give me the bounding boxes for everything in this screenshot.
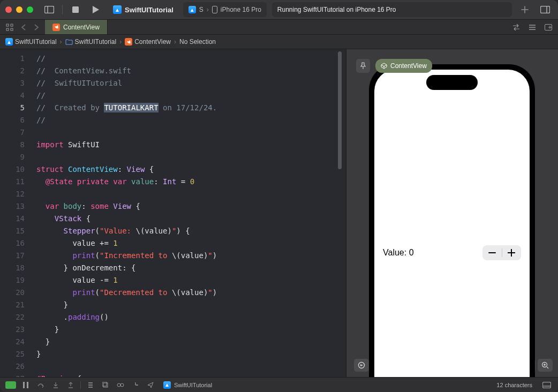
stepper-increment-button[interactable] [502,249,522,257]
crumb-file[interactable]: ContentView [134,38,171,46]
source-editor[interactable]: 1234567891011121314151617181920212223242… [0,49,342,377]
step-into-button[interactable] [50,380,61,390]
crumb-project[interactable]: SwiftUITutorial [15,38,57,46]
svg-rect-6 [6,24,9,26]
run-status-indicator[interactable] [5,381,16,389]
step-out-button[interactable] [65,380,76,390]
editor-scrollbar[interactable] [338,51,342,169]
preview-title-badge[interactable]: ContentView [375,59,432,73]
selection-info: 12 characters [496,382,532,388]
svg-rect-3 [212,6,217,13]
panel-bottom-icon [542,382,551,388]
line-gutter: 1234567891011121314151617181920212223242… [0,49,32,377]
activity-status[interactable]: Running SwiftUITutorial on iPhone 16 Pro [272,2,512,17]
step-into-icon [52,382,59,388]
run-button[interactable] [88,3,103,16]
adjust-editor-button[interactable] [510,21,523,33]
jump-bar[interactable]: ▲ SwiftUITutorial › SwiftUITutorial › Co… [0,35,558,49]
folder-icon [65,39,73,45]
device-name: iPhone 16 Pro [221,6,261,13]
pause-button[interactable] [20,380,31,390]
live-preview-button[interactable] [354,359,369,372]
library-button[interactable] [538,3,553,16]
svg-point-29 [117,383,120,387]
debug-view-hierarchy-button[interactable] [85,380,96,390]
nav-forward-button[interactable] [31,21,42,33]
location-arrow-button[interactable] [145,380,156,390]
editor-splitter[interactable] [342,49,346,377]
memory-icon [102,382,109,388]
hierarchy-icon [87,382,94,388]
simulate-location-button[interactable] [130,380,141,390]
code-area[interactable]: // // ContentView.swift // SwiftUITutori… [32,49,217,377]
env-icon [117,382,124,388]
add-tab-button[interactable] [517,3,532,16]
separator [62,5,63,14]
crumb-folder[interactable]: SwiftUITutorial [75,38,117,46]
svg-rect-7 [11,24,13,26]
pin-preview-button[interactable] [356,59,370,73]
zoom-window-button[interactable] [27,6,33,13]
stepper-control [482,245,521,260]
svg-rect-27 [103,383,108,387]
tab-contentview[interactable]: ContentView [45,20,108,34]
power-icon [358,361,365,369]
swap-icon [512,24,521,31]
stop-button[interactable] [68,3,83,16]
svg-rect-9 [11,28,13,31]
run-destination[interactable]: ▲ S › iPhone 16 Pro [183,2,267,17]
debug-memory-button[interactable] [100,380,111,390]
environment-overrides-button[interactable] [115,380,126,390]
scheme-short: S [199,6,203,13]
arrow-icon [147,382,154,388]
dynamic-island [426,75,478,90]
titlebar: ▲ SwiftUITutorial ▲ S › iPhone 16 Pro Ru… [0,0,558,20]
project-icon: ▲ [5,38,13,46]
stop-icon [72,6,79,13]
sidebar-right-icon [540,6,550,13]
cube-icon [381,63,387,69]
lines-icon [529,24,536,31]
stepper-label: Value: 0 [383,248,414,258]
split-icon [545,24,552,31]
zoom-in-button[interactable] [538,359,553,372]
step-out-icon [67,382,74,388]
editor-options-button[interactable] [526,21,539,33]
nav-back-button[interactable] [18,21,29,33]
svg-rect-8 [6,28,9,31]
stepper-decrement-button[interactable] [482,252,502,253]
plus-icon [521,6,529,13]
step-over-icon [37,382,44,388]
canvas-preview: ContentView Value: 0 [346,49,558,377]
zoom-in-icon [541,361,549,369]
scheme-selector[interactable]: ▲ SwiftUITutorial [109,3,178,16]
app-icon-small: ▲ [188,6,196,13]
step-over-button[interactable] [35,380,46,390]
minimize-window-button[interactable] [16,6,22,13]
pin-icon [360,62,366,70]
separator [80,381,81,389]
add-editor-button[interactable] [542,21,555,33]
device-screen[interactable]: Value: 0 [374,70,530,377]
location-icon [132,382,139,388]
svg-point-30 [120,383,124,387]
grid-icon [6,24,13,31]
close-window-button[interactable] [5,6,12,13]
svg-rect-2 [72,6,79,13]
window-controls [5,6,33,13]
toggle-debug-area-button[interactable] [541,380,553,390]
minus-icon [488,252,496,253]
play-icon [93,6,99,13]
crumb-selection[interactable]: No Selection [179,38,216,46]
text-selection: TUTORIALKART [104,103,158,112]
svg-rect-26 [27,382,28,388]
editor-tabbar: ContentView [0,20,558,35]
chevron-right-icon: › [174,38,176,46]
chevron-left-icon [21,24,26,31]
preview-badge-label: ContentView [390,62,427,70]
plus-icon [508,249,515,257]
process-selector[interactable]: ▲ SwiftUITutorial [163,381,212,389]
chevron-right-icon: › [60,38,62,46]
toggle-navigator-button[interactable] [42,3,57,16]
related-items-button[interactable] [3,21,16,33]
